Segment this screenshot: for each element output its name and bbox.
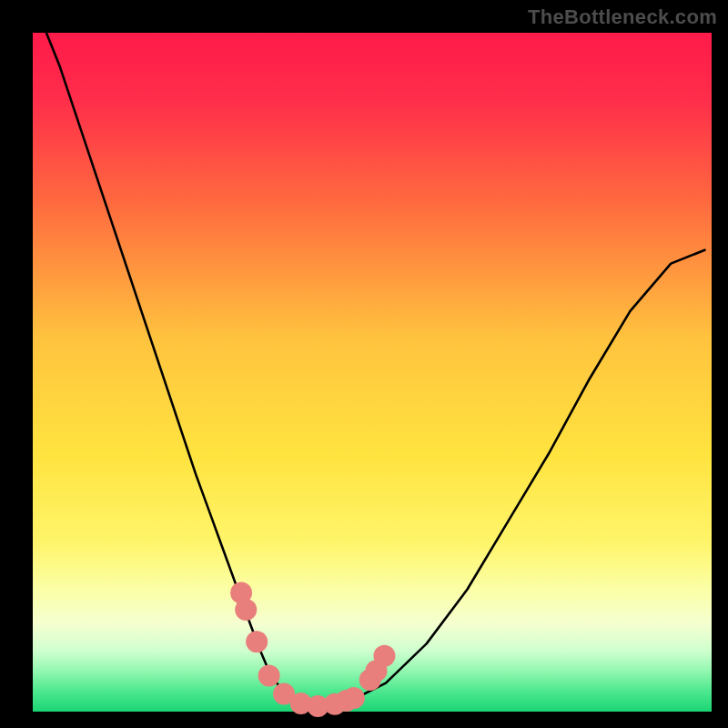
chart-frame: TheBottleneck.com [0, 0, 728, 728]
highlight-dot [246, 631, 268, 652]
watermark-label: TheBottleneck.com [528, 5, 717, 29]
highlight-dot [235, 599, 257, 621]
highlight-dot [373, 645, 395, 667]
chart-gradient-bg [33, 33, 712, 712]
highlight-dot [343, 687, 365, 709]
bottleneck-chart [0, 0, 728, 728]
highlight-dot [258, 664, 280, 686]
